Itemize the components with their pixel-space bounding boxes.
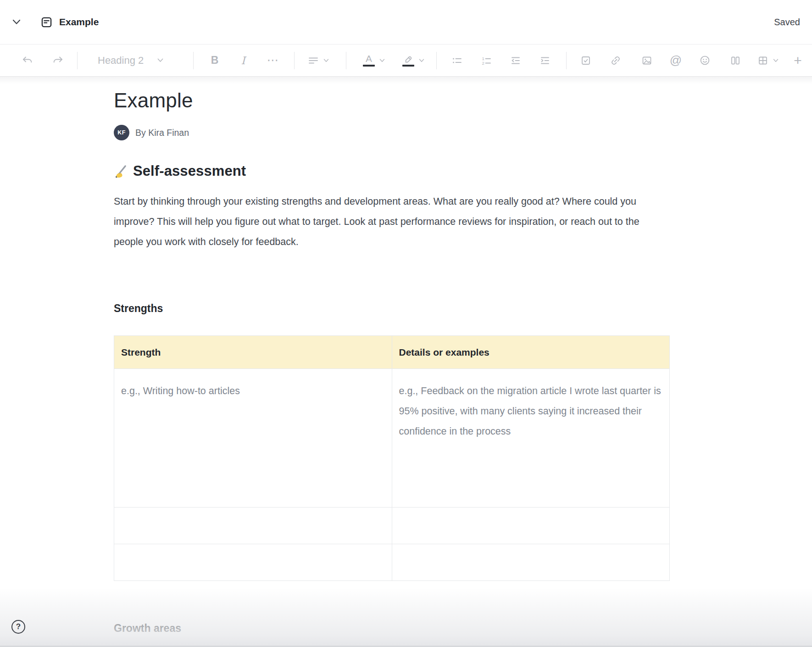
toolbar-divider	[294, 52, 295, 69]
bullet-list-icon	[451, 55, 462, 66]
link-button[interactable]	[606, 50, 626, 72]
ellipsis-icon: ⋯	[267, 53, 279, 67]
doc-paragraph[interactable]: Start by thinking through your existing …	[114, 191, 668, 252]
style-selector[interactable]: Heading 2	[87, 50, 183, 72]
document-icon	[40, 16, 53, 28]
undo-button[interactable]	[17, 50, 38, 72]
highlight-button[interactable]	[397, 50, 430, 72]
section-heading-growth-areas[interactable]: Growth areas	[114, 622, 812, 635]
align-button[interactable]	[302, 50, 335, 72]
chevron-down-icon	[379, 59, 385, 62]
indent-button[interactable]	[535, 50, 555, 72]
toolbar-scroll-shadow	[0, 77, 812, 84]
save-status: Saved	[774, 17, 800, 27]
table-cell-empty[interactable]	[114, 508, 392, 544]
table-cell-empty[interactable]	[114, 544, 392, 581]
style-selector-label: Heading 2	[98, 55, 144, 67]
bullet-list-button[interactable]	[447, 50, 467, 72]
table-cell-details-example[interactable]: e.g., Feedback on the migration article …	[392, 369, 670, 508]
align-left-icon	[308, 55, 319, 66]
question-mark-icon: ?	[16, 622, 21, 631]
checkbox-icon	[580, 55, 591, 66]
document-canvas: Example KF By Kira Finan Self-assessment…	[0, 84, 812, 635]
bold-button[interactable]: B	[205, 50, 225, 72]
strengths-table: Strength Details or examples e.g., Writi…	[114, 335, 670, 581]
topbar-doc-title: Example	[59, 17, 99, 28]
chevron-down-icon	[773, 59, 779, 62]
table-header-details[interactable]: Details or examples	[392, 336, 670, 369]
page-title[interactable]: Example	[114, 89, 812, 112]
columns-icon	[730, 55, 741, 66]
mention-button[interactable]: @	[666, 50, 686, 72]
undo-icon	[22, 55, 33, 66]
section-heading-text: Self-assessment	[133, 163, 246, 179]
table-header-row: Strength Details or examples	[114, 336, 670, 369]
section-heading-strengths[interactable]: Strengths	[114, 302, 812, 315]
redo-icon	[52, 55, 64, 66]
author-avatar: KF	[114, 125, 129, 140]
topbar: Example Saved	[0, 0, 812, 45]
redo-button[interactable]	[48, 50, 68, 72]
author-row: KF By Kira Finan	[114, 125, 812, 140]
toolbar-divider	[346, 52, 346, 69]
text-color-swatch	[363, 65, 375, 67]
toolbar-divider	[193, 52, 194, 69]
link-icon	[610, 55, 621, 66]
text-color-button[interactable]: A	[357, 50, 390, 72]
numbered-list-button[interactable]: 12	[476, 50, 496, 72]
emoji-button[interactable]	[695, 50, 715, 72]
table-header-strength[interactable]: Strength	[114, 336, 392, 369]
table-button[interactable]	[752, 50, 784, 72]
help-button[interactable]: ?	[11, 620, 25, 634]
chevron-down-icon	[323, 59, 329, 62]
bold-icon: B	[211, 54, 219, 67]
toolbar-divider	[77, 52, 78, 69]
image-button[interactable]	[637, 50, 657, 72]
toolbar-divider	[566, 52, 567, 69]
italic-button[interactable]: I	[233, 50, 253, 72]
table-cell-empty[interactable]	[392, 508, 670, 544]
more-formatting-button[interactable]: ⋯	[263, 50, 283, 72]
chevron-down-icon	[419, 59, 424, 62]
doc-collapse-button[interactable]	[9, 16, 24, 28]
at-sign-icon: @	[670, 53, 682, 67]
numbered-list-icon: 12	[481, 55, 492, 66]
writing-hand-emoji-icon	[114, 164, 128, 178]
indent-icon	[539, 55, 551, 66]
chevron-down-icon	[12, 19, 21, 25]
table-cell-strength-example[interactable]: e.g., Writing how-to articles	[114, 369, 392, 508]
insert-button[interactable]: +	[788, 50, 808, 72]
table-row	[114, 544, 670, 581]
highlight-color-swatch	[402, 65, 414, 67]
section-heading-self-assessment[interactable]: Self-assessment	[114, 163, 812, 179]
highlighter-icon	[403, 54, 413, 63]
formatting-toolbar: Heading 2 B I ⋯ A 12	[0, 45, 812, 77]
svg-text:2: 2	[482, 61, 484, 66]
text-color-icon: A	[366, 54, 372, 63]
outdent-icon	[510, 55, 521, 66]
columns-button[interactable]	[725, 50, 745, 72]
author-byline: By Kira Finan	[135, 128, 189, 138]
table-icon	[757, 55, 768, 66]
italic-icon: I	[241, 55, 245, 67]
checklist-button[interactable]	[576, 50, 596, 72]
table-row: e.g., Writing how-to articles e.g., Feed…	[114, 369, 670, 508]
table-row	[114, 508, 670, 544]
outdent-button[interactable]	[506, 50, 526, 72]
smiley-icon	[699, 55, 711, 66]
plus-icon: +	[794, 53, 802, 68]
chevron-down-icon	[157, 58, 163, 62]
toolbar-divider	[436, 52, 437, 69]
image-icon	[641, 55, 652, 66]
table-cell-empty[interactable]	[392, 544, 670, 581]
